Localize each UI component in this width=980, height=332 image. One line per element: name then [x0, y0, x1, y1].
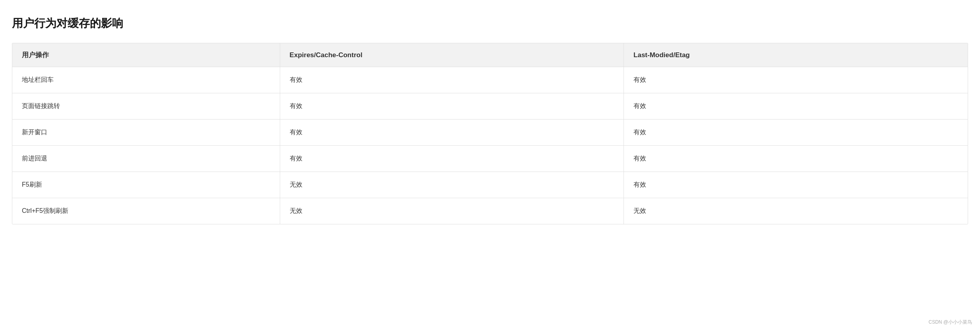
- cache-table: 用户操作 Expires/Cache-Control Last-Modied/E…: [12, 43, 968, 224]
- table-row: Ctrl+F5强制刷新无效无效: [12, 198, 968, 224]
- page-title: 用户行为对缓存的影响: [12, 16, 968, 31]
- table-row: 前进回退有效有效: [12, 146, 968, 172]
- cell-lastmod: 有效: [624, 67, 968, 93]
- cell-expires: 无效: [280, 198, 624, 224]
- cell-lastmod: 有效: [624, 93, 968, 120]
- cell-action: F5刷新: [12, 172, 280, 198]
- cache-table-wrapper: 用户操作 Expires/Cache-Control Last-Modied/E…: [12, 43, 968, 224]
- cell-action: 前进回退: [12, 146, 280, 172]
- cell-expires: 无效: [280, 172, 624, 198]
- table-row: 页面链接跳转有效有效: [12, 93, 968, 120]
- cell-lastmod: 有效: [624, 120, 968, 146]
- table-row: 新开窗口有效有效: [12, 120, 968, 146]
- cell-lastmod: 无效: [624, 198, 968, 224]
- cell-lastmod: 有效: [624, 146, 968, 172]
- col-header-expires: Expires/Cache-Control: [280, 43, 624, 67]
- cell-expires: 有效: [280, 93, 624, 120]
- watermark: CSDN @小小小菜鸟: [928, 319, 972, 326]
- table-row: 地址栏回车有效有效: [12, 67, 968, 93]
- cell-action: 新开窗口: [12, 120, 280, 146]
- cell-action: 页面链接跳转: [12, 93, 280, 120]
- cell-lastmod: 有效: [624, 172, 968, 198]
- table-header-row: 用户操作 Expires/Cache-Control Last-Modied/E…: [12, 43, 968, 67]
- table-row: F5刷新无效有效: [12, 172, 968, 198]
- cell-expires: 有效: [280, 67, 624, 93]
- cell-action: Ctrl+F5强制刷新: [12, 198, 280, 224]
- cell-expires: 有效: [280, 146, 624, 172]
- cell-action: 地址栏回车: [12, 67, 280, 93]
- col-header-lastmod: Last-Modied/Etag: [624, 43, 968, 67]
- cell-expires: 有效: [280, 120, 624, 146]
- col-header-action: 用户操作: [12, 43, 280, 67]
